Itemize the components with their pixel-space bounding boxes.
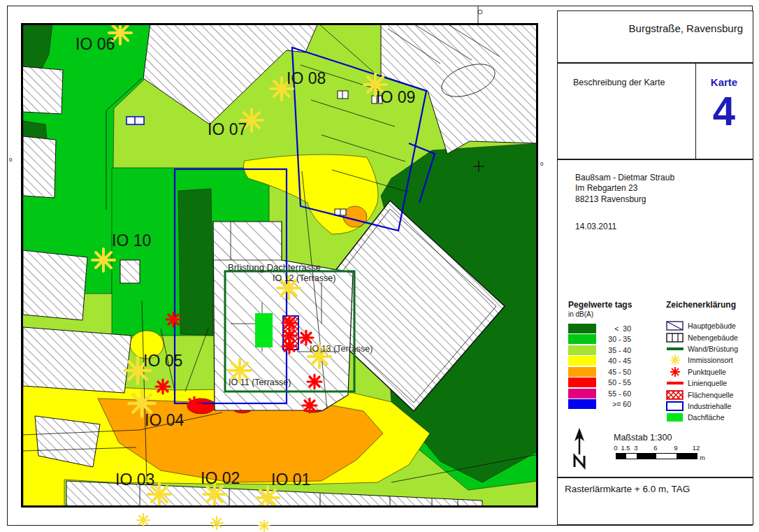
immissionsort-icon (666, 355, 684, 365)
fold-mark-icon (478, 10, 482, 14)
legend-item: Dachfläche (666, 412, 738, 423)
scale-unit: m (700, 454, 705, 461)
label-io10: IO 10 (112, 231, 151, 250)
margin-mark-right: 0 (540, 161, 544, 167)
company-line: Im Rebgarten 23 (575, 183, 674, 194)
legend-block: Bau8sam - Dietmar Straub Im Rebgarten 23… (557, 159, 753, 477)
symbols-legend-title: Zeichenerklärung (666, 300, 736, 310)
scale-tick: 1.5 (621, 444, 630, 452)
label-io02: IO 02 (201, 469, 240, 487)
hauptgebaeude-icon (666, 321, 684, 331)
legend-item: Industriehalle (666, 401, 738, 412)
legend-item: Wand/Brüstung (666, 343, 738, 354)
symbols-legend: Hauptgebäude Nebengebäude Wand/Brüstung … (666, 320, 738, 424)
label-io13: IO 13 (Terrasse) (310, 344, 373, 354)
punktquelle-icon (666, 367, 684, 377)
karte-block: Karte 4 (695, 63, 753, 159)
levels-legend-title: Pegelwerte tags (568, 300, 632, 310)
industriehalle-icon (666, 401, 684, 411)
scale-tick: 6 (653, 444, 657, 452)
level-swatch (568, 334, 596, 344)
legend-item: Linienquelle (666, 378, 738, 389)
level-row: 40 - 45 (568, 356, 631, 367)
label-io06: IO 06 (75, 35, 115, 53)
karte-label: Karte (696, 76, 753, 88)
karte-number: 4 (696, 87, 753, 134)
description-block: Beschreibung der Karte (557, 63, 696, 159)
description-label: Beschreibung der Karte (573, 78, 665, 87)
level-row: 50 - 55 (568, 378, 631, 389)
label-io05: IO 05 (143, 352, 182, 370)
dachflaeche-icon (666, 412, 684, 422)
level-row: < 30 (568, 323, 631, 334)
company-address: Bau8sam - Dietmar Straub Im Rebgarten 23… (575, 173, 674, 205)
nebengebaeude-icon (666, 333, 684, 343)
label-io04: IO 04 (145, 411, 184, 429)
label-io07: IO 07 (208, 120, 247, 138)
level-row: 30 - 35 (568, 334, 631, 345)
level-swatch (568, 399, 596, 409)
flaechenquelle-icon (666, 390, 684, 400)
level-swatch (568, 389, 596, 398)
level-swatch (568, 324, 596, 333)
scale-tick: 9 (674, 444, 677, 452)
project-title: Burgstraße, Ravensburg (629, 22, 743, 34)
footer-block: Rasterlärmkarte + 6.0 m, TAG (557, 477, 753, 525)
scale-tick: 3 (634, 444, 637, 452)
legend-item: Punktquelle (666, 366, 738, 378)
map-type-label: Rasterlärmkarte + 6.0 m, TAG (565, 484, 690, 494)
scale-bar (616, 453, 697, 459)
label-io03: IO 03 (115, 470, 154, 489)
scale-tick: 0 (614, 444, 617, 452)
level-swatch (568, 356, 596, 366)
legend-item: Immissionsort (666, 354, 738, 366)
label-io12: IO 12 (Terrasse) (273, 273, 335, 283)
levels-legend-subtitle: in dB(A) (568, 310, 593, 318)
level-row: >= 60 (568, 399, 631, 410)
title-block: Burgstraße, Ravensburg (557, 10, 753, 63)
scale-tick: 12 (693, 444, 700, 452)
scale-title: Maßstab 1:300 (614, 433, 672, 443)
legend-item: Flächenquelle (666, 389, 738, 400)
noise-map-sheet: 0 0 (0, 0, 759, 532)
label-io01: IO 01 (271, 470, 310, 489)
dachflaeche-area (255, 313, 273, 347)
levels-legend: < 30 30 - 35 35 - 40 40 - 45 45 - 50 50 … (568, 323, 631, 410)
label-io09: IO 09 (376, 88, 415, 106)
company-line: 88213 Ravensburg (575, 194, 674, 205)
level-swatch (568, 367, 596, 377)
legend-item: Hauptgebäude (666, 320, 738, 331)
company-line: Bau8sam - Dietmar Straub (575, 173, 674, 183)
label-io08: IO 08 (287, 69, 326, 87)
wand-bruestung-icon (666, 344, 684, 354)
linienquelle-icon (666, 378, 684, 388)
legend-item: Nebengebäude (666, 331, 738, 343)
map-date: 14.03.2011 (575, 222, 616, 231)
level-swatch (568, 345, 596, 355)
north-arrow-icon (570, 428, 588, 470)
level-row: 45 - 50 (568, 366, 631, 378)
level-swatch (568, 378, 596, 387)
level-row: 35 - 40 (568, 345, 631, 356)
label-io11: IO 11 (Terrasse) (229, 378, 291, 387)
level-row: 55 - 60 (568, 388, 631, 399)
margin-mark-left: 0 (9, 157, 13, 163)
label-bruestung: Brüstung Dachterrasse (228, 262, 321, 273)
